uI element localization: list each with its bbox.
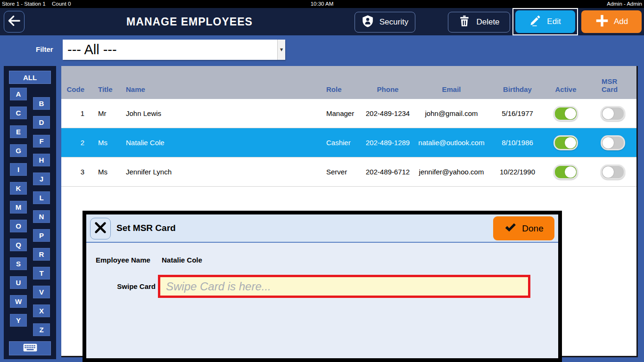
column-header-name: Name xyxy=(116,85,325,99)
modal-title: Set MSR Card xyxy=(116,223,176,233)
letter-q-button[interactable]: Q xyxy=(10,239,27,251)
letter-i-button[interactable]: I xyxy=(10,163,27,176)
trash-icon xyxy=(458,15,471,30)
letter-g-button[interactable]: G xyxy=(10,144,27,157)
cell-name: John Lewis xyxy=(116,109,325,117)
cell-email: jennifer@yahoo.com xyxy=(410,168,493,176)
swipe-card-label: Swipe Card xyxy=(86,282,156,290)
security-button[interactable]: Security xyxy=(355,12,415,33)
active-toggle[interactable] xyxy=(553,135,578,150)
letter-b-button[interactable]: B xyxy=(33,97,50,110)
msr-card-toggle[interactable] xyxy=(601,106,625,121)
cell-email: natalie@outlook.com xyxy=(410,139,493,147)
logged-in-user-label: Admin - Admin xyxy=(607,1,642,7)
letter-d-button[interactable]: D xyxy=(33,116,50,129)
checkmark-icon xyxy=(504,221,516,236)
filter-label: Filter xyxy=(36,45,53,53)
letter-n-button[interactable]: N xyxy=(33,210,50,223)
table-row[interactable]: 1MrJohn LewisManager202-489-1234john@gma… xyxy=(61,99,636,128)
cell-phone: 202-489-1234 xyxy=(365,109,410,117)
letter-m-button[interactable]: M xyxy=(10,201,27,214)
active-toggle[interactable] xyxy=(553,106,578,121)
toggle-knob xyxy=(603,166,614,178)
status-bar: Store 1 - Station 1 Count 0 10:30 AM Adm… xyxy=(0,0,644,8)
column-header-phone: Phone xyxy=(365,85,410,99)
delete-button[interactable]: Delete xyxy=(448,12,510,33)
cell-code: 3 xyxy=(61,168,87,176)
cell-birthday: 5/16/1977 xyxy=(493,109,542,117)
done-button[interactable]: Done xyxy=(493,216,554,240)
letter-t-button[interactable]: T xyxy=(33,267,50,280)
employee-name-label: Employee Name xyxy=(96,256,162,264)
column-header-title: Title xyxy=(87,85,116,99)
letter-c-button[interactable]: C xyxy=(10,107,27,119)
add-button-label: Add xyxy=(614,17,628,26)
cell-phone: 202-489-1289 xyxy=(365,139,410,147)
msr-card-toggle[interactable] xyxy=(601,135,625,150)
letter-y-button[interactable]: Y xyxy=(10,314,27,327)
cell-code: 2 xyxy=(61,139,87,147)
swipe-card-row: Swipe Card xyxy=(86,275,530,298)
filter-dropdown[interactable]: --- All --- ▼ xyxy=(63,40,285,60)
table-row[interactable]: 2MsNatalie ColeCashier202-489-1289natali… xyxy=(61,128,636,157)
edit-button-highlight-frame: Edit xyxy=(512,8,578,35)
cell-title: Ms xyxy=(87,139,116,147)
alphabet-sidebar: ALL ACEGIKMOQSUWYBDFHJLNPRTVXZ xyxy=(4,66,56,359)
edit-button[interactable]: Edit xyxy=(515,10,575,33)
letter-l-button[interactable]: L xyxy=(33,191,50,204)
cell-title: Ms xyxy=(87,168,116,176)
letter-f-button[interactable]: F xyxy=(33,135,50,148)
letter-r-button[interactable]: R xyxy=(33,248,50,261)
cell-active xyxy=(542,106,589,121)
filter-dropdown-value: --- All --- xyxy=(63,42,277,58)
cell-active xyxy=(542,165,589,180)
toggle-knob xyxy=(565,108,576,119)
cell-name: Jennifer Lynch xyxy=(116,168,325,176)
letter-v-button[interactable]: V xyxy=(33,286,50,298)
letter-p-button[interactable]: P xyxy=(33,229,50,242)
letter-s-button[interactable]: S xyxy=(10,257,27,270)
letter-k-button[interactable]: K xyxy=(10,182,27,195)
table-body: 1MrJohn LewisManager202-489-1234john@gma… xyxy=(61,99,636,187)
done-button-label: Done xyxy=(522,223,543,234)
cell-role: Cashier xyxy=(325,139,365,147)
table-row[interactable]: 3MsJennifer LynchServer202-489-6712jenni… xyxy=(61,157,636,187)
toggle-knob xyxy=(565,137,576,148)
header-bar: MANAGE EMPLOYEES Security Delete Edit xyxy=(0,8,644,35)
column-header-active: Active xyxy=(542,85,589,99)
column-header-code: Code xyxy=(61,85,87,99)
employee-name-row: Employee Name Natalie Cole xyxy=(96,256,202,264)
letter-z-button[interactable]: Z xyxy=(33,323,50,336)
cell-birthday: 8/10/1986 xyxy=(493,139,542,147)
cell-msr_card xyxy=(589,135,636,150)
letter-h-button[interactable]: H xyxy=(33,154,50,166)
active-toggle[interactable] xyxy=(553,165,578,180)
letter-a-button[interactable]: A xyxy=(10,88,27,100)
cell-birthday: 10/22/1990 xyxy=(493,168,542,176)
cell-msr_card xyxy=(589,165,636,180)
column-header-birthday: Birthday xyxy=(493,85,542,99)
cell-role: Server xyxy=(325,168,365,176)
toggle-knob xyxy=(603,108,614,119)
add-button[interactable]: Add xyxy=(581,10,642,33)
count-label: Count 0 xyxy=(52,1,71,7)
letter-w-button[interactable]: W xyxy=(10,295,27,308)
chevron-down-icon[interactable]: ▼ xyxy=(277,40,285,60)
close-icon xyxy=(94,221,107,236)
letter-x-button[interactable]: X xyxy=(33,304,50,317)
screen: Store 1 - Station 1 Count 0 10:30 AM Adm… xyxy=(0,0,644,362)
close-button[interactable] xyxy=(90,218,111,239)
employee-name-value: Natalie Cole xyxy=(162,256,202,264)
clock-label: 10:30 AM xyxy=(311,1,334,7)
toggle-knob xyxy=(603,137,614,148)
letter-all-button[interactable]: ALL xyxy=(9,71,51,84)
keyboard-button[interactable] xyxy=(9,341,51,355)
letter-e-button[interactable]: E xyxy=(10,125,27,138)
msr-card-toggle[interactable] xyxy=(601,165,625,180)
letter-u-button[interactable]: U xyxy=(10,276,27,289)
toggle-knob xyxy=(565,166,576,178)
letter-j-button[interactable]: J xyxy=(33,173,50,185)
swipe-card-input[interactable] xyxy=(158,275,530,298)
letter-o-button[interactable]: O xyxy=(10,220,27,232)
back-button[interactable] xyxy=(4,11,25,33)
